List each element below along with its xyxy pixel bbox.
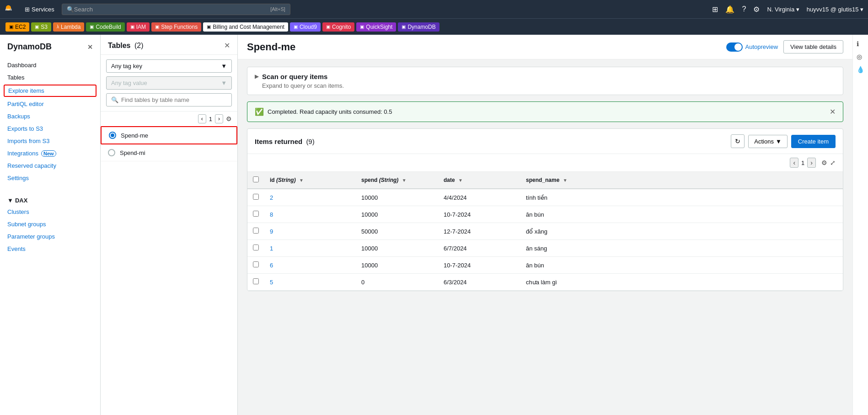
scan-query-section[interactable]: ▶ Scan or query items Expand to query or… xyxy=(247,67,843,95)
search-icon: 🔍 xyxy=(67,6,74,13)
table-radio-spend-me[interactable] xyxy=(109,132,116,139)
breadcrumb-lambda[interactable]: λ Lambda xyxy=(53,22,84,32)
row-checkbox-cell xyxy=(247,206,264,223)
sidebar-item-exports-s3[interactable]: Exports to S3 xyxy=(0,122,100,135)
breadcrumb-codebuild[interactable]: ▣ CodeBuild xyxy=(86,22,124,32)
header-date-cell: date ▼ xyxy=(438,172,520,189)
autopreview-toggle-switch[interactable] xyxy=(726,43,743,52)
help-icon[interactable]: ? xyxy=(742,5,746,13)
items-actions: ↻ Actions ▼ Create item xyxy=(731,134,836,148)
search-input[interactable] xyxy=(74,6,267,13)
sidebar-item-clusters[interactable]: Clusters xyxy=(0,206,100,218)
global-search-bar[interactable]: 🔍 [Alt+S] xyxy=(62,4,290,15)
sidebar-close-button[interactable]: ✕ xyxy=(87,43,93,51)
sidebar-item-backups[interactable]: Backups xyxy=(0,110,100,122)
breadcrumb-s3[interactable]: ▣ S3 xyxy=(31,22,51,32)
apps-icon[interactable]: ⊞ xyxy=(712,5,718,14)
items-expand-icon[interactable]: ⤢ xyxy=(830,159,836,166)
region-selector[interactable]: N. Virginia ▾ xyxy=(767,6,799,13)
autopreview-toggle[interactable]: Autopreview xyxy=(726,43,778,52)
table-search-box[interactable]: 🔍 xyxy=(106,93,232,106)
row-id-link[interactable]: 6 xyxy=(270,262,273,269)
sidebar-item-settings[interactable]: Settings xyxy=(0,172,100,184)
tables-panel-title: Tables (2) xyxy=(108,42,144,50)
table-row: 1 10000 6/7/2024 ăn sáng xyxy=(247,240,843,257)
water-icon[interactable]: 💧 xyxy=(855,64,866,75)
sidebar-item-imports-s3[interactable]: Imports from S3 xyxy=(0,135,100,147)
row-id-link[interactable]: 5 xyxy=(270,279,273,286)
sidebar-item-reserved-capacity[interactable]: Reserved capacity xyxy=(0,160,100,172)
row-id-cell: 2 xyxy=(264,189,356,206)
row-checkbox[interactable] xyxy=(253,228,259,234)
row-checkbox[interactable] xyxy=(253,278,259,284)
aws-logo[interactable]: aws xyxy=(5,3,17,16)
bell-icon[interactable]: 🔔 xyxy=(725,5,734,14)
sidebar-item-parameter-groups[interactable]: Parameter groups xyxy=(0,230,100,243)
settings-icon[interactable]: ⚙ xyxy=(753,5,760,14)
table-row: 5 0 6/3/2024 chưa làm gì xyxy=(247,274,843,291)
row-id-link[interactable]: 9 xyxy=(270,228,273,235)
row-checkbox[interactable] xyxy=(253,194,259,200)
refresh-button[interactable]: ↻ xyxy=(731,134,745,148)
id-sort-icon[interactable]: ▼ xyxy=(299,178,304,183)
row-checkbox[interactable] xyxy=(253,261,259,267)
spend-sort-icon[interactable]: ▼ xyxy=(402,178,407,183)
row-spend-name-cell: ăn bún xyxy=(520,206,843,223)
row-date-cell: 6/7/2024 xyxy=(438,240,520,257)
row-spend-name-cell: đổ xăng xyxy=(520,223,843,240)
banner-close-button[interactable]: ✕ xyxy=(830,107,836,116)
row-id-link[interactable]: 2 xyxy=(270,194,273,201)
breadcrumb-cloud9[interactable]: ▣ Cloud9 xyxy=(290,22,321,32)
sidebar-item-tables[interactable]: Tables xyxy=(0,71,100,84)
tables-panel-close-button[interactable]: ✕ xyxy=(224,41,230,50)
table-item-spend-me[interactable]: Spend-me xyxy=(101,126,237,144)
dax-section-header: ▼ DAX xyxy=(0,192,100,206)
items-pagination: ‹ 1 › ⚙ ⤢ xyxy=(247,154,843,172)
items-settings-icon[interactable]: ⚙ xyxy=(821,159,827,166)
tables-prev-button[interactable]: ‹ xyxy=(198,114,206,123)
spend-name-sort-icon[interactable]: ▼ xyxy=(563,178,568,183)
tables-panel: Tables (2) ✕ Any tag key ▼ Any tag value… xyxy=(101,35,238,415)
items-prev-button[interactable]: ‹ xyxy=(790,158,798,168)
tables-filters: Any tag key ▼ Any tag value ▼ 🔍 xyxy=(101,55,237,112)
sidebar-item-integrations[interactable]: Integrations New xyxy=(0,147,100,160)
breadcrumb-ec2[interactable]: ▣ EC2 xyxy=(5,22,29,32)
actions-button[interactable]: Actions ▼ xyxy=(748,135,788,148)
sidebar-item-events[interactable]: Events xyxy=(0,243,100,255)
breadcrumb-stepfunctions[interactable]: ▣ Step Functions xyxy=(151,22,201,32)
row-checkbox[interactable] xyxy=(253,245,259,250)
sidebar-item-partiql[interactable]: PartiQL editor xyxy=(0,98,100,110)
services-menu-button[interactable]: ⊞ Services xyxy=(21,4,58,15)
breadcrumb-dynamodb[interactable]: ▣ DynamoDB xyxy=(398,22,439,32)
sidebar-item-explore-items[interactable]: Explore items xyxy=(4,85,96,97)
create-item-button[interactable]: Create item xyxy=(791,135,836,148)
row-id-link[interactable]: 8 xyxy=(270,211,273,218)
breadcrumb-bar: ▣ EC2 ▣ S3 λ Lambda ▣ CodeBuild ▣ IAM ▣ … xyxy=(0,18,868,35)
breadcrumb-iam[interactable]: ▣ IAM xyxy=(127,22,150,32)
table-item-spend-mi[interactable]: Spend-mi xyxy=(101,144,237,161)
breadcrumb-quicksight[interactable]: ▣ QuickSight xyxy=(356,22,396,32)
tag-key-select[interactable]: Any tag key ▼ xyxy=(106,59,232,73)
tag-value-select[interactable]: Any tag value ▼ xyxy=(106,76,232,90)
tables-settings-icon[interactable]: ⚙ xyxy=(226,115,232,122)
table-search-input[interactable] xyxy=(121,96,227,103)
sidebar-item-dashboard[interactable]: Dashboard xyxy=(0,59,100,71)
user-menu[interactable]: huyvv15 @ glutis15 ▾ xyxy=(807,6,863,13)
breadcrumb-cognito[interactable]: ▣ Cognito xyxy=(322,22,354,32)
table-radio-spend-mi[interactable] xyxy=(108,149,115,156)
items-next-button[interactable]: › xyxy=(807,158,816,168)
view-table-details-button[interactable]: View table details xyxy=(783,40,843,53)
row-checkbox[interactable] xyxy=(253,211,259,217)
services-label: Services xyxy=(32,6,54,13)
date-sort-icon[interactable]: ▼ xyxy=(458,178,463,183)
row-date-cell: 6/3/2024 xyxy=(438,274,520,291)
table-row: 8 10000 10-7-2024 ăn bún xyxy=(247,206,843,223)
select-all-checkbox[interactable] xyxy=(253,176,259,182)
tables-next-button[interactable]: › xyxy=(215,114,223,123)
info-icon[interactable]: ℹ xyxy=(855,38,866,49)
row-id-link[interactable]: 1 xyxy=(270,245,273,252)
sidebar-item-subnet-groups[interactable]: Subnet groups xyxy=(0,218,100,230)
location-icon[interactable]: ◎ xyxy=(855,51,866,62)
header-spend-name-cell: spend_name ▼ xyxy=(520,172,843,189)
breadcrumb-billing[interactable]: ▣ Billing and Cost Management xyxy=(203,22,288,32)
